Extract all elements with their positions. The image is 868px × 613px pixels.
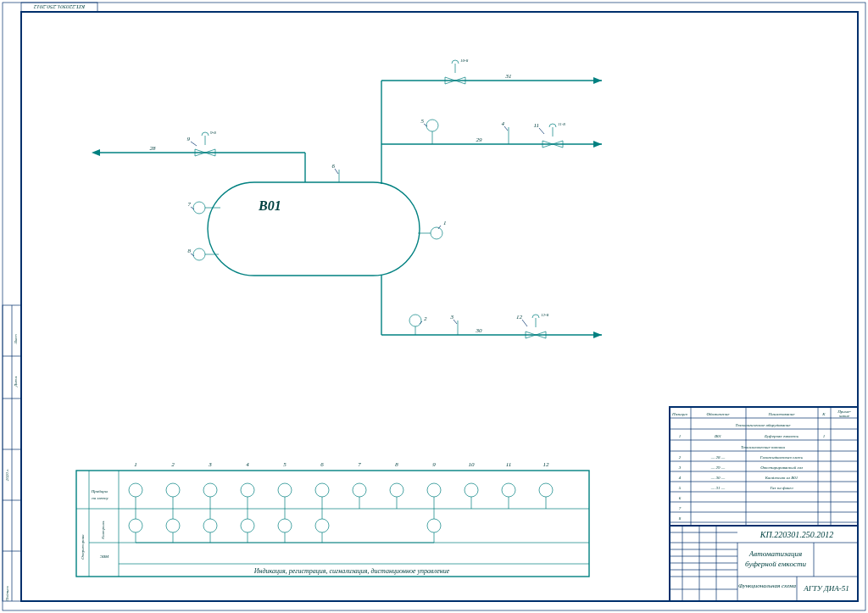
tag-11-num: 11 [534, 122, 539, 129]
matrix-controller-icon [315, 519, 329, 532]
doc-number-top-text: КП.220301.250.2012 [33, 3, 86, 10]
svg-point-30 [193, 202, 205, 214]
left-label-c: Дата [14, 376, 18, 387]
instrument-6: 6 [332, 163, 340, 182]
instrument-3: 3 [450, 314, 459, 335]
matrix-col-num: 12 [543, 461, 550, 468]
matrix-col-num: 2 [171, 461, 175, 468]
bom-cell: 2 [679, 455, 682, 460]
tag-2-num: 2 [424, 315, 427, 322]
bom-sec2: Технологические потоки [741, 445, 786, 449]
stream-29-label: 29 [476, 137, 483, 143]
left-label-b: 2020 г. [5, 469, 9, 481]
matrix-sensor-icon [166, 483, 180, 497]
bom-h-prim: Приме-чание [837, 410, 851, 418]
arrow-out-icon-2 [593, 141, 602, 148]
bom-cell: — 28 — [710, 455, 726, 460]
matrix-row2-label: Контролл. [101, 521, 105, 540]
bom-cell: Газожидкостная смесь [760, 455, 804, 460]
stream-31: 31 10-8 [381, 59, 602, 84]
bom-h-obozn: Обозначение [706, 412, 730, 416]
matrix-sensor-icon [241, 483, 254, 497]
vessel-b01: B01 [208, 182, 420, 276]
bom-cell: — 29 — [710, 465, 726, 470]
left-label-d: Лист [14, 334, 18, 345]
bom-cell: — 30 — [710, 476, 726, 480]
bom-cell: 7 [679, 506, 682, 510]
valve-9-label: 9-8 [210, 131, 216, 135]
bom-cell: 8 [679, 516, 682, 521]
stream-29: 29 5 4 11-8 11 [381, 118, 602, 148]
title-block: Позиция Обозначение Наименование К Приме… [670, 407, 858, 601]
svg-line-35 [191, 254, 194, 256]
bom-r1-poz: 1 [679, 434, 682, 438]
bom-r1-kol: 1 [823, 434, 826, 438]
svg-point-36 [431, 227, 442, 239]
svg-line-32 [191, 207, 194, 209]
stream-30: 30 2 3 12-8 12 [381, 275, 602, 338]
doc-number: КП.220301.250.2012 [760, 530, 833, 539]
tag-9-num: 9 [187, 136, 191, 142]
tag-8-num: 8 [188, 248, 192, 254]
matrix-col-num: 3 [208, 461, 212, 468]
outer-frame [3, 3, 865, 610]
stream-30-label: 30 [476, 327, 483, 334]
doc-number-tab: КП.220301.250.2012 [21, 3, 97, 12]
matrix-sensor-icon [353, 483, 366, 497]
bom-h-naim: Наименование [768, 412, 796, 416]
matrix-row1-label: Приборы по месту [91, 489, 109, 500]
matrix-row3-label: ЭВМ [100, 554, 109, 559]
svg-line-45 [453, 320, 457, 324]
tag-1-num: 1 [443, 220, 447, 226]
instrument-2: 2 [409, 315, 427, 335]
stream-31-label: 31 [505, 73, 512, 80]
bom-cell: 5 [679, 486, 682, 490]
bom-cell: 4 [679, 476, 682, 480]
matrix-col-num: 4 [246, 461, 249, 468]
matrix-col-num: 1 [134, 461, 137, 468]
subtitle: Функциональная схема [738, 582, 797, 589]
svg-line-13 [191, 142, 197, 146]
valve-12-label: 12-8 [541, 313, 549, 317]
left-binding-blocks: Подпись 2020 г. Дата Лист [3, 305, 21, 602]
inner-frame [21, 12, 858, 601]
org: АГТУ ДИА-51 [803, 584, 849, 593]
matrix-col-num: 9 [432, 461, 436, 468]
matrix-col-num: 10 [469, 461, 476, 468]
svg-line-23 [504, 126, 508, 131]
tag-3-num: 3 [450, 314, 454, 320]
matrix-controller-icon [203, 519, 217, 532]
valve-11-label: 11-8 [558, 122, 565, 126]
bom-h-poz: Позиция [671, 412, 687, 416]
valve-10-label: 10-8 [460, 59, 469, 63]
signal-matrix: Приборы по месту Операторная Контролл. Э… [76, 461, 589, 577]
matrix-sensor-icon [465, 483, 478, 497]
bom-r1-naim: Буферная емкость [764, 434, 799, 438]
svg-line-29 [335, 169, 338, 174]
svg-rect-76 [670, 407, 858, 601]
arrow-out-icon [593, 77, 602, 84]
drawing-canvas: КП.220301.250.2012 Подпись 2020 г. Дата … [0, 0, 868, 613]
process-diagram: B01 28 9-8 9 31 [92, 59, 602, 338]
matrix-footer: Индикация, регистрация, сигнализация, ди… [253, 567, 450, 575]
matrix-sensor-icon [315, 483, 329, 497]
stream-28: 28 9-8 9 [92, 131, 305, 182]
matrix-controller-icon [129, 519, 142, 532]
matrix-controller-icon [278, 519, 292, 532]
instrument-8: 8 [188, 248, 220, 260]
instrument-4: 4 [502, 120, 509, 144]
svg-point-33 [193, 248, 205, 260]
matrix-sensor-icon [539, 483, 553, 497]
matrix-sensor-icon [390, 483, 403, 497]
bom-r1-obozn: B01 [715, 434, 721, 438]
left-label-a: Подпись [5, 585, 9, 602]
title-line2: буферной емкости [745, 560, 806, 568]
bom-cell: Конденсат из B01 [765, 476, 798, 480]
matrix-col-num: 7 [358, 461, 361, 468]
bom-h-kol: К [821, 412, 826, 416]
matrix-controller-icon [241, 519, 254, 532]
svg-point-41 [409, 315, 421, 326]
matrix-col-num: 8 [395, 461, 398, 468]
bom-sec1: Технологическое оборудование [736, 423, 792, 427]
bom-cell: Отсепарированный газ [760, 465, 803, 470]
